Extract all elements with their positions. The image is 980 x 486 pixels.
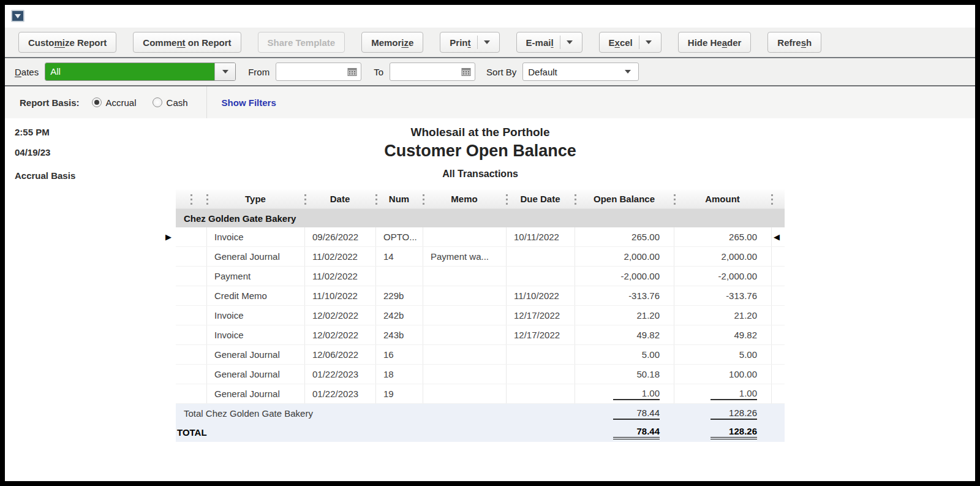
- amount-cell: -313.76: [674, 286, 771, 305]
- table-body: ▶ Invoice 09/26/2022 OPTO... 10/11/2022 …: [176, 227, 785, 404]
- type-cell: General Journal: [206, 365, 304, 384]
- due-date-cell: [506, 247, 575, 266]
- excel-dropdown-arrow-icon[interactable]: [646, 40, 652, 44]
- type-cell: Credit Memo: [206, 286, 304, 305]
- to-date-field[interactable]: [390, 63, 475, 81]
- dates-select[interactable]: All: [45, 63, 236, 81]
- memo-cell: [423, 365, 506, 384]
- trailing-cell: ◀: [771, 267, 785, 286]
- num-cell: 16: [375, 345, 423, 364]
- print-button[interactable]: Print: [440, 32, 499, 53]
- group-total-open-balance: 78.44: [575, 408, 674, 420]
- window-menu-arrow-icon: [15, 14, 21, 18]
- radio-circle-icon: [153, 97, 162, 107]
- table-row[interactable]: ▶ Invoice 12/02/2022 243b 12/17/2022 49.…: [176, 325, 785, 345]
- date-cell: 11/02/2022: [304, 247, 375, 266]
- num-cell: [375, 267, 423, 286]
- report-toolbar: Customize Report Comment on Report Share…: [5, 28, 975, 58]
- date-cell: 12/02/2022: [304, 306, 375, 325]
- type-cell: General Journal: [206, 247, 304, 266]
- amount-cell: 2,000.00: [674, 247, 771, 266]
- due-date-cell: [506, 345, 575, 364]
- table-row[interactable]: ▶ Payment 11/02/2022 -2,000.00 -2,000.00…: [176, 267, 785, 286]
- column-header-memo[interactable]: Memo: [423, 189, 506, 208]
- to-label: To: [374, 67, 383, 77]
- grand-total-row: TOTAL 78.44 128.26: [176, 423, 785, 442]
- table-row[interactable]: ▶ Invoice 09/26/2022 OPTO... 10/11/2022 …: [176, 227, 785, 247]
- minimize-button[interactable]: [914, 5, 924, 28]
- current-row-pointer-icon: ▶: [165, 233, 172, 241]
- memorize-button[interactable]: Memorize: [361, 32, 423, 53]
- due-date-cell: 12/17/2022: [506, 306, 575, 325]
- close-button[interactable]: ✖: [958, 5, 967, 28]
- email-button[interactable]: E-mail: [516, 32, 582, 53]
- from-label: From: [248, 67, 270, 77]
- column-header-date[interactable]: Date: [304, 189, 375, 208]
- email-dropdown-arrow-icon[interactable]: [567, 40, 573, 44]
- column-header-amount[interactable]: Amount: [674, 189, 771, 208]
- date-cell: 12/02/2022: [304, 325, 375, 344]
- open-balance-cell: -313.76: [575, 286, 674, 305]
- row-selector-cell: [176, 247, 206, 266]
- date-cell: 11/10/2022: [304, 286, 375, 305]
- num-cell: 243b: [375, 325, 423, 344]
- column-header-num[interactable]: Num: [375, 189, 423, 208]
- hide-header-button[interactable]: Hide Header: [678, 32, 752, 53]
- grand-total-open-balance: 78.44: [575, 426, 674, 439]
- column-header-type[interactable]: Type: [206, 189, 304, 208]
- print-dropdown-arrow-icon[interactable]: [484, 40, 490, 44]
- column-header-selector: [176, 189, 206, 208]
- calendar-icon[interactable]: [461, 67, 471, 77]
- table-row[interactable]: ▶ General Journal 11/02/2022 14 Payment …: [176, 247, 785, 267]
- amount-cell: 100.00: [674, 365, 771, 384]
- refresh-button[interactable]: Refresh: [767, 32, 821, 53]
- group-total-amount: 128.26: [674, 408, 771, 420]
- date-cell: 01/22/2023: [304, 384, 375, 403]
- amount-cell: 49.82: [674, 325, 771, 344]
- amount-cell: 5.00: [674, 345, 771, 364]
- excel-button[interactable]: Excel: [599, 32, 662, 53]
- column-header-due-date[interactable]: Due Date: [506, 189, 575, 208]
- customize-report-button[interactable]: Customize Report: [18, 32, 116, 53]
- accrual-radio[interactable]: Accrual: [92, 97, 137, 108]
- table-row[interactable]: ▶ Invoice 12/02/2022 242b 12/17/2022 21.…: [176, 306, 785, 325]
- table-row[interactable]: ▶ General Journal 01/22/2023 19 1.00 1.0…: [176, 384, 785, 404]
- memo-cell: [423, 345, 506, 364]
- customer-group-header: Chez Golden Gate Bakery: [176, 209, 785, 227]
- table-row[interactable]: ▶ General Journal 01/22/2023 18 50.18 10…: [176, 365, 785, 384]
- amount-cell: 1.00: [674, 384, 771, 403]
- group-total-row: Total Chez Golden Gate Bakery 78.44 128.…: [176, 404, 785, 423]
- trailing-cell: ◀: [771, 306, 785, 325]
- filter-bar: Dates All From To Sort By Default: [5, 58, 975, 86]
- column-header-open-balance[interactable]: Open Balance: [575, 189, 674, 208]
- row-selector-cell: [176, 345, 206, 364]
- table-row[interactable]: ▶ Credit Memo 11/10/2022 229b 11/10/2022…: [176, 286, 785, 306]
- trailing-cell: ◀: [771, 365, 785, 384]
- num-cell: 14: [375, 247, 423, 266]
- table-row[interactable]: ▶ General Journal 12/06/2022 16 5.00 5.0…: [176, 345, 785, 365]
- open-balance-cell: -2,000.00: [575, 267, 674, 286]
- show-filters-link[interactable]: Show Filters: [222, 97, 276, 108]
- calendar-icon[interactable]: [347, 67, 357, 77]
- trailing-cell: ◀: [771, 247, 785, 266]
- type-cell: General Journal: [206, 384, 304, 403]
- maximize-button[interactable]: [936, 5, 946, 28]
- due-date-cell: 12/17/2022: [506, 325, 575, 344]
- button-label: Print: [450, 37, 470, 48]
- report-table: Type Date Num Memo Due Date Open Balance…: [176, 189, 785, 442]
- minimize-icon: [914, 18, 924, 20]
- row-selector-cell: [176, 286, 206, 305]
- sort-by-select[interactable]: Default: [522, 63, 639, 81]
- open-balance-cell: 2,000.00: [575, 247, 674, 266]
- open-balance-cell: 50.18: [575, 365, 674, 384]
- dates-select-arrow-box[interactable]: [214, 63, 235, 80]
- cash-radio[interactable]: Cash: [153, 97, 188, 108]
- dates-label: Dates: [15, 67, 39, 77]
- from-date-field[interactable]: [276, 63, 361, 81]
- grand-total-label: TOTAL: [176, 427, 575, 438]
- accrual-radio-label: Accrual: [106, 97, 137, 108]
- amount-cell: 21.20: [674, 306, 771, 325]
- window-menu-icon[interactable]: [11, 10, 24, 22]
- comment-on-report-button[interactable]: Comment on Report: [133, 32, 241, 53]
- button-label: Share Template: [268, 37, 336, 48]
